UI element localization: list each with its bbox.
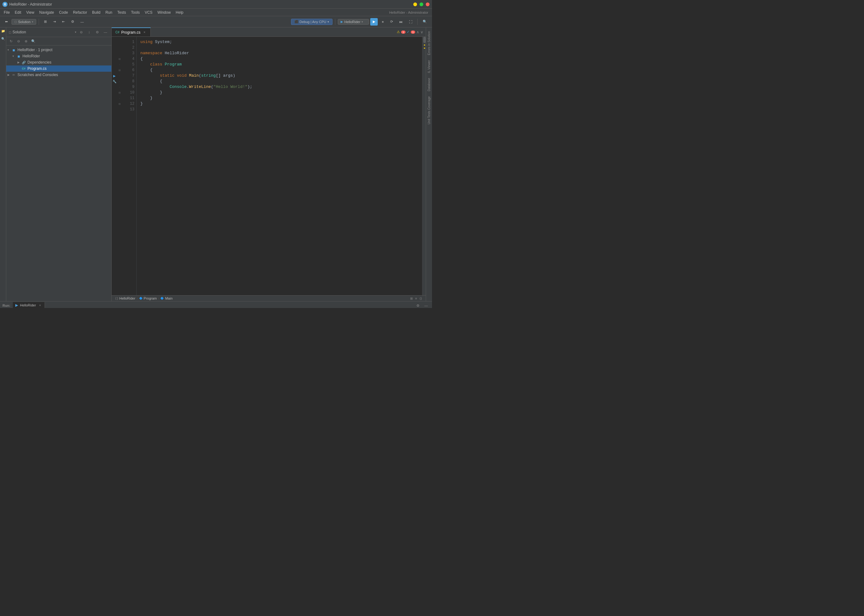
toolbar-layout-btn[interactable]: ⊞ (41, 19, 49, 25)
right-panel-unit-tests-coverage[interactable]: Unit Tests Coverage (427, 94, 431, 127)
run-button[interactable]: ▶ (370, 18, 378, 25)
menu-run[interactable]: Run (103, 9, 115, 15)
debug-config-label: Debug | Any CPU (299, 20, 326, 24)
run-config-icon: ▶ (341, 20, 343, 24)
run-settings-btn[interactable]: ⚙ (414, 302, 422, 308)
close-button[interactable] (426, 3, 430, 6)
menu-help[interactable]: Help (173, 9, 186, 15)
scrollbar-warning-marker (424, 45, 425, 46)
ln-10: 10 (122, 90, 136, 95)
left-activity-bar: 📁 🔍 (0, 27, 6, 301)
right-activity-bar: Errors in Solution IL Viewer Database Un… (426, 27, 432, 301)
tree-item-solution[interactable]: ▾ ◼ HelloRider · 1 project (6, 47, 111, 53)
scratches-arrow: ▶ (8, 73, 11, 76)
right-panel-errors[interactable]: Errors in Solution (427, 29, 431, 58)
menu-file[interactable]: File (1, 9, 12, 15)
toolbar-expand-all-btn[interactable]: ⊕ (22, 38, 29, 45)
deps-label: Dependencies (27, 60, 52, 64)
minimize-button[interactable] (413, 3, 417, 6)
toolbar-minimize-btn[interactable]: — (78, 19, 87, 25)
back-button[interactable]: ⬅ (3, 19, 10, 25)
solution-dropdown[interactable]: ◻ Solution ▾ (11, 19, 36, 25)
breadcrumb-icon-2[interactable]: ≡ (415, 297, 417, 300)
breadcrumb-class[interactable]: Program (144, 297, 157, 300)
tree-item-program-cs[interactable]: C# Program.cs (6, 66, 111, 72)
editor-scrollbar[interactable] (422, 37, 426, 295)
breadcrumb-icon-3[interactable]: ⟨⟩ (420, 297, 422, 300)
scroll-thumb (423, 37, 426, 43)
menu-tools[interactable]: Tools (129, 9, 142, 15)
menu-refactor[interactable]: Refactor (71, 9, 90, 15)
stop-button[interactable]: ■ (379, 18, 386, 25)
gutter-icons: ▶ 🔧 (112, 37, 117, 295)
menu-window[interactable]: Window (155, 9, 173, 15)
toolbar-collapse-all-btn[interactable]: ⊖ (15, 38, 22, 45)
menu-tests[interactable]: Tests (115, 9, 129, 15)
code-line-7: static void Main(string[] args) (140, 73, 418, 79)
run-minimize-btn[interactable]: — (423, 302, 430, 308)
tree-item-dependencies[interactable]: ▶ 🔗 Dependencies (6, 59, 111, 66)
tab-close-btn[interactable]: × (142, 30, 146, 35)
toolbar-extra-btn-3[interactable]: ⛶ (406, 19, 415, 25)
collapse-8: · (117, 79, 122, 84)
tree-item-project[interactable]: ▾ ◼ HelloRider (6, 53, 111, 59)
menu-view[interactable]: View (24, 9, 37, 15)
run-config-arrow: ▾ (362, 20, 363, 24)
panel-close-btn[interactable]: — (102, 29, 109, 36)
gutter-8-wrench: 🔧 (112, 79, 117, 84)
editor-error-badges: ⚠ 1 ✓ 1 ∧ ∨ (397, 30, 426, 34)
tab-program-cs[interactable]: C# Program.cs × (112, 27, 151, 36)
menu-edit[interactable]: Edit (12, 9, 24, 15)
run-icon: ▶ (373, 20, 375, 24)
panel-settings-btn[interactable]: ⚙ (94, 29, 101, 36)
gutter-9 (112, 84, 117, 90)
activity-icon-1[interactable]: 🔍 (1, 36, 6, 41)
collapse-13 (117, 107, 122, 112)
menu-navigate[interactable]: Navigate (37, 9, 57, 15)
solution-icon: ◼ (11, 47, 16, 52)
breadcrumb-icon-1[interactable]: ⊞ (410, 297, 413, 300)
warning-count: 1 (411, 31, 415, 34)
run-config-dropdown[interactable]: ▶ HelloRider ▾ (338, 19, 369, 25)
ln-6: 6 (122, 68, 136, 73)
ln-5: 5 (122, 62, 136, 68)
editor-expand-btn[interactable]: ∨ (420, 30, 423, 34)
maximize-button[interactable] (420, 3, 423, 6)
toolbar-panel-search-btn[interactable]: 🔍 (30, 38, 37, 45)
toolbar-settings-btn[interactable]: ⚙ (69, 19, 77, 25)
debug-config-dropdown[interactable]: ⬛ Debug | Any CPU ▾ (291, 19, 332, 25)
collapse-10: ⊟ (117, 90, 122, 95)
gutter-5 (112, 62, 117, 68)
menu-vcs[interactable]: VCS (142, 9, 155, 15)
scratches-label: Scratches and Consoles (17, 72, 58, 77)
gutter-13 (112, 107, 117, 112)
panel-action-2[interactable]: ↕ (86, 29, 93, 36)
run-tab-icon: ▶ (15, 303, 18, 307)
right-panel-il[interactable]: IL Viewer (427, 58, 431, 75)
menu-code[interactable]: Code (57, 9, 71, 15)
menu-build[interactable]: Build (90, 9, 103, 15)
run-tab-close-btn[interactable]: × (38, 303, 42, 307)
toolbar-refresh-btn[interactable]: ↻ (8, 38, 14, 45)
breadcrumb-namespace[interactable]: HelloRider (120, 297, 135, 300)
project-label: HelloRider (22, 54, 40, 58)
code-content[interactable]: using System; namespace HelloRider { cla… (137, 37, 422, 295)
toolbar-search-btn[interactable]: 🔍 (420, 19, 430, 25)
panel-action-1[interactable]: ⊖ (78, 29, 85, 36)
app-title-right: HelloRider - Administrator (387, 11, 431, 14)
toolbar-indent-btn[interactable]: ⇥ (50, 19, 58, 25)
gutter-3 (112, 50, 117, 56)
right-panel-database[interactable]: Database (427, 75, 431, 94)
toolbar-extra-btn-1[interactable]: ⟳ (388, 19, 395, 25)
toolbar-extra-btn-2[interactable]: ⏭ (397, 19, 405, 25)
breadcrumb: { } HelloRider › 🔷 Program › 🔷 Main ⊞ ≡ … (112, 295, 426, 301)
toolbar-unindent-btn[interactable]: ⇤ (60, 19, 68, 25)
tree-item-scratches[interactable]: ▶ ✏ Scratches and Consoles (6, 72, 111, 78)
editor-collapse-btn[interactable]: ∧ (416, 30, 419, 34)
breadcrumb-method[interactable]: Main (165, 297, 173, 300)
code-editor: ▶ 🔧 ⊟ · ⊟ · · · ⊟ · ⊟ (112, 37, 426, 295)
run-tab[interactable]: ▶ HelloRider × (13, 302, 45, 308)
app-name: HelloRider - Administrator (9, 2, 52, 6)
code-line-11: } (140, 95, 418, 101)
explorer-icon[interactable]: 📁 (1, 29, 6, 33)
